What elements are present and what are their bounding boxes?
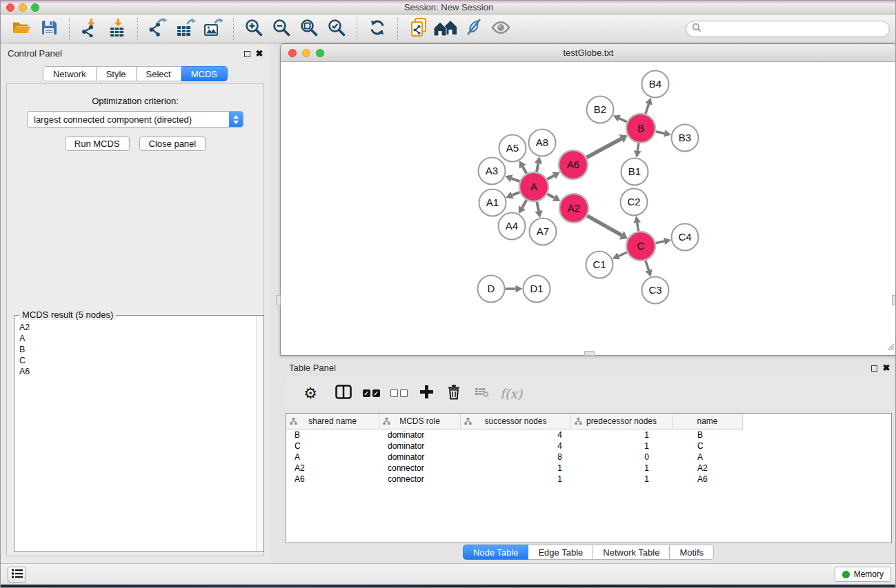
- graph-node-A[interactable]: A: [519, 172, 548, 201]
- table-cell[interactable]: C: [673, 440, 743, 452]
- close-panel-icon[interactable]: ✖: [882, 363, 891, 373]
- tab-select[interactable]: Select: [137, 66, 181, 81]
- table-row[interactable]: Cdominator41C: [286, 440, 891, 452]
- table-cell[interactable]: 1: [571, 463, 673, 474]
- table-cell[interactable]: A: [673, 452, 743, 463]
- close-window-button[interactable]: [6, 3, 14, 12]
- show-all-columns-button[interactable]: ✓✓: [357, 380, 385, 407]
- result-item[interactable]: A6: [19, 366, 255, 377]
- toggle-table-mode-button[interactable]: [330, 380, 357, 407]
- graph-node-C2[interactable]: C2: [621, 189, 648, 216]
- table-cell[interactable]: 0: [571, 452, 673, 463]
- table-cell[interactable]: 8: [461, 452, 571, 463]
- zoom-selected-button[interactable]: [324, 17, 349, 41]
- function-builder-button[interactable]: f(x): [495, 380, 523, 407]
- graph-node-A3[interactable]: A3: [479, 158, 506, 185]
- tab-node-table[interactable]: Node Table: [463, 545, 529, 560]
- result-scrollbar[interactable]: [256, 316, 263, 551]
- graph-edge-C-C1[interactable]: [613, 252, 627, 259]
- table-row[interactable]: A6connector11A6: [286, 474, 891, 485]
- table-cell[interactable]: dominator: [379, 452, 461, 463]
- table-cell[interactable]: 1: [461, 463, 571, 474]
- zoom-fit-button[interactable]: [297, 17, 321, 41]
- graph-edge-C-C4[interactable]: [656, 238, 671, 245]
- refresh-layout-button[interactable]: [365, 17, 390, 41]
- table-cell[interactable]: A: [286, 452, 379, 463]
- graph-edge-A-A8[interactable]: [535, 156, 542, 172]
- result-item[interactable]: A2: [19, 322, 255, 333]
- zoom-window-button[interactable]: [31, 3, 39, 12]
- column-header-shared-name[interactable]: shared name: [286, 414, 379, 429]
- home-button[interactable]: [433, 17, 458, 41]
- table-cell[interactable]: A6: [673, 474, 743, 485]
- minimize-window-button[interactable]: [19, 3, 27, 12]
- save-session-button[interactable]: [37, 17, 61, 41]
- export-table-button[interactable]: [173, 17, 198, 41]
- graph-node-B[interactable]: B: [626, 114, 655, 143]
- graph-edge-D-D1[interactable]: [506, 285, 523, 293]
- graph-edge-A-A2[interactable]: [547, 194, 560, 201]
- close-panel-icon[interactable]: ✖: [255, 49, 264, 59]
- splitter-handle[interactable]: [892, 295, 896, 305]
- import-table-button[interactable]: [105, 17, 130, 41]
- graph-node-A2[interactable]: A2: [559, 194, 588, 223]
- export-image-button[interactable]: [201, 17, 226, 41]
- memory-button[interactable]: Memory: [835, 567, 891, 582]
- table-cell[interactable]: A6: [286, 474, 379, 485]
- splitter-handle[interactable]: [584, 351, 595, 356]
- graph-edge-A-A6[interactable]: [547, 172, 560, 180]
- graph-edge-A-A3[interactable]: [505, 174, 519, 182]
- task-history-button[interactable]: [8, 567, 26, 582]
- graph-edge-C-C2[interactable]: [633, 216, 641, 231]
- column-header-predecessor-nodes[interactable]: predecessor nodes: [571, 414, 673, 429]
- column-header-successor-nodes[interactable]: successor nodes: [461, 414, 571, 429]
- result-item[interactable]: A: [19, 333, 255, 344]
- graph-edge-A-A1[interactable]: [506, 192, 519, 199]
- table-cell[interactable]: 1: [461, 474, 571, 485]
- graph-edge-B-B2[interactable]: [613, 115, 627, 122]
- tab-edge-table[interactable]: Edge Table: [528, 545, 593, 560]
- graph-node-C3[interactable]: C3: [642, 277, 669, 304]
- column-header-mcds-role[interactable]: MCDS role: [379, 414, 461, 429]
- table-row[interactable]: Bdominator41B: [286, 429, 891, 440]
- result-item[interactable]: C: [19, 355, 255, 366]
- float-panel-icon[interactable]: [242, 49, 252, 59]
- tab-style[interactable]: Style: [97, 66, 137, 81]
- hide-all-columns-button[interactable]: [385, 380, 412, 407]
- graph-node-A1[interactable]: A1: [479, 190, 506, 216]
- table-cell[interactable]: connector: [379, 463, 461, 474]
- run-mcds-button[interactable]: Run MCDS: [65, 136, 130, 151]
- table-cell[interactable]: 4: [461, 429, 571, 440]
- table-row[interactable]: Adominator80A: [286, 452, 891, 463]
- table-cell[interactable]: 4: [461, 440, 571, 452]
- zoom-in-button[interactable]: [241, 17, 266, 41]
- graph-node-C4[interactable]: C4: [672, 224, 699, 251]
- network-canvas[interactable]: AA1A2A3A4A5A6A7A8BB1B2B3B4CC1C2C3C4DD1: [281, 62, 896, 355]
- tab-mcds[interactable]: MCDS: [181, 66, 228, 81]
- search-field[interactable]: [686, 21, 890, 37]
- table-cell[interactable]: connector: [379, 474, 461, 485]
- table-cell[interactable]: A2: [673, 463, 743, 474]
- graph-node-A8[interactable]: A8: [529, 130, 556, 156]
- table-cell[interactable]: 1: [571, 474, 673, 485]
- result-item[interactable]: B: [19, 344, 255, 355]
- graph-node-B1[interactable]: B1: [621, 159, 648, 185]
- graph-edge-C-C3[interactable]: [645, 261, 652, 277]
- network-graph[interactable]: AA1A2A3A4A5A6A7A8BB1B2B3B4CC1C2C3C4DD1: [281, 62, 896, 355]
- graph-edge-B-B3[interactable]: [655, 130, 670, 136]
- graph-edge-A6-B[interactable]: [586, 134, 627, 158]
- tab-network[interactable]: Network: [43, 66, 97, 81]
- graph-node-D[interactable]: D: [478, 276, 505, 303]
- resize-grip-icon[interactable]: [886, 341, 895, 354]
- table-cell[interactable]: dominator: [379, 429, 461, 440]
- search-input[interactable]: [705, 23, 889, 35]
- zoom-out-button[interactable]: [269, 17, 294, 41]
- table-cell[interactable]: C: [286, 440, 379, 452]
- graph-node-A7[interactable]: A7: [530, 219, 557, 245]
- show-graphics-details-button[interactable]: [461, 17, 486, 41]
- graph-edge-B-B1[interactable]: [634, 143, 641, 158]
- tab-network-table[interactable]: Network Table: [593, 545, 670, 560]
- graph-edge-A2-C[interactable]: [587, 216, 628, 240]
- graph-node-B2[interactable]: B2: [587, 97, 614, 123]
- delete-column-button[interactable]: [440, 380, 468, 407]
